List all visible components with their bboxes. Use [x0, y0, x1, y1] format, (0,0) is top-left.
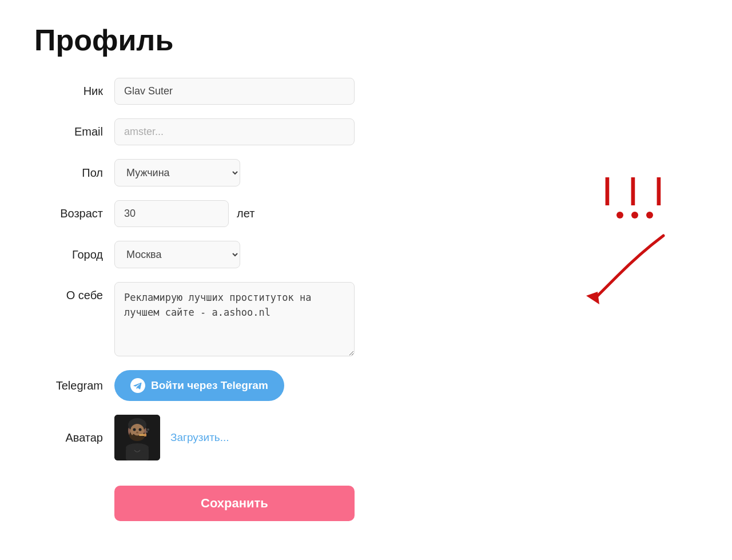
email-input[interactable]	[114, 118, 355, 145]
annotation: | | |	[583, 172, 686, 310]
email-row: Email	[34, 118, 355, 145]
telegram-label: Telegram	[34, 379, 114, 392]
nick-input[interactable]	[114, 78, 355, 105]
telegram-login-button[interactable]: Войти через Telegram	[114, 370, 284, 401]
svg-rect-11	[144, 434, 146, 436]
email-label: Email	[34, 125, 114, 138]
avatar-upload-link[interactable]: Загрузить...	[170, 431, 229, 444]
telegram-row: Telegram Войти через Telegram	[34, 370, 355, 401]
svg-point-12	[146, 431, 148, 433]
svg-marker-14	[586, 292, 599, 304]
avatar-row: Аватар	[34, 415, 355, 460]
svg-point-5	[133, 428, 136, 431]
exclamation-marks: | | |	[583, 172, 686, 206]
age-label: Возраст	[34, 207, 114, 220]
red-arrow	[583, 230, 686, 310]
save-button[interactable]: Сохранить	[114, 486, 355, 521]
age-unit: лет	[237, 207, 254, 220]
svg-point-13	[147, 428, 149, 431]
gender-select[interactable]: Мужчина Женщина	[114, 159, 240, 186]
page-title: Профиль	[34, 23, 698, 57]
age-input[interactable]	[114, 200, 229, 227]
city-label: Город	[34, 248, 114, 261]
dot-3	[646, 212, 653, 219]
profile-form: Ник Email Пол Мужчина Женщина Возраст ле…	[34, 78, 355, 521]
gender-row: Пол Мужчина Женщина	[34, 159, 355, 186]
telegram-button-label: Войти через Telegram	[151, 379, 268, 392]
svg-point-9	[126, 443, 149, 452]
age-row: Возраст лет	[34, 200, 355, 227]
avatar-section: Загрузить...	[114, 415, 229, 460]
about-label: О себе	[34, 282, 114, 302]
dot-1	[616, 212, 623, 219]
nick-label: Ник	[34, 85, 114, 98]
telegram-icon	[130, 378, 145, 393]
avatar-person-svg	[114, 415, 160, 460]
about-row: О себе Рекламирую лучших проституток на …	[34, 282, 355, 356]
city-select[interactable]: Москва Санкт-Петербург Новосибирск	[114, 241, 240, 268]
svg-point-7	[136, 432, 138, 434]
avatar-image	[114, 415, 160, 460]
svg-point-6	[139, 428, 142, 431]
nick-row: Ник	[34, 78, 355, 105]
avatar-label: Аватар	[34, 431, 114, 444]
dot-2	[631, 212, 638, 219]
gender-label: Пол	[34, 166, 114, 180]
age-input-group: лет	[114, 200, 254, 227]
about-textarea[interactable]: Рекламирую лучших проституток на лучшем …	[114, 282, 355, 356]
dots-row	[583, 212, 686, 219]
city-row: Город Москва Санкт-Петербург Новосибирск	[34, 241, 355, 268]
